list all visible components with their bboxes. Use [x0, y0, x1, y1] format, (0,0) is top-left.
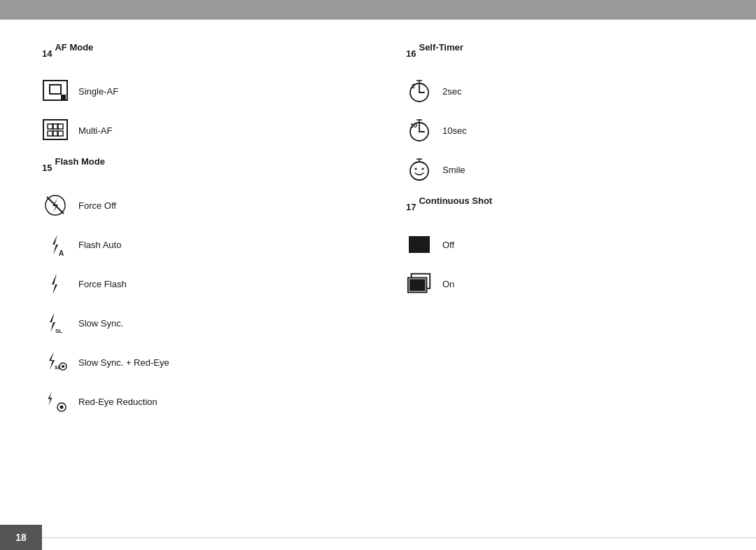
force-off-icon: [42, 192, 69, 219]
force-flash-row: Force Flash: [42, 270, 350, 297]
smile-icon: [406, 156, 433, 183]
slow-sync-redeye-row: SL Slow Sync. + Red-Eye: [42, 349, 350, 376]
flash-mode-number: 15: [42, 163, 52, 173]
svg-point-27: [410, 162, 428, 180]
svg-rect-35: [410, 279, 426, 291]
svg-text:A: A: [59, 249, 64, 257]
self-timer-number: 16: [406, 48, 416, 59]
svg-text:2: 2: [412, 83, 415, 90]
self-timer-section-header: 16 Self-Timer: [406, 42, 714, 65]
force-off-label: Force Off: [78, 200, 116, 211]
timer-2sec-row: 2 2sec: [406, 78, 714, 104]
svg-text:SL: SL: [55, 328, 62, 334]
flash-auto-label: Flash Auto: [78, 240, 121, 250]
svg-rect-2: [61, 95, 66, 99]
slow-sync-row: SL Slow Sync.: [42, 310, 350, 336]
cont-off-label: Off: [442, 240, 454, 250]
flash-mode-section-header: 15 Flash Mode: [42, 156, 350, 179]
top-bar: [0, 0, 756, 20]
force-off-row: Force Off: [42, 192, 350, 219]
force-flash-label: Force Flash: [78, 279, 127, 289]
cont-off-row: Off: [406, 231, 714, 258]
single-af-label: Single-AF: [78, 86, 118, 97]
page-number: 18: [0, 525, 42, 550]
multi-af-row: Multi-AF: [42, 117, 350, 144]
redeye-reduction-icon: [42, 388, 69, 415]
svg-text:10: 10: [410, 122, 417, 129]
force-flash-icon: [42, 270, 69, 297]
redeye-reduction-row: Red-Eye Reduction: [42, 388, 350, 415]
timer-10sec-icon: 10: [406, 117, 433, 144]
af-mode-section-header: 14 AF Mode: [42, 42, 350, 65]
svg-point-16: [62, 365, 64, 368]
multi-af-label: Multi-AF: [78, 125, 112, 136]
svg-point-29: [422, 168, 424, 170]
timer-2sec-label: 2sec: [442, 86, 461, 97]
cont-on-row: On: [406, 270, 714, 297]
cont-on-label: On: [442, 279, 454, 289]
cont-off-icon: [406, 231, 433, 258]
single-af-row: Single-AF: [42, 78, 350, 104]
redeye-reduction-label: Red-Eye Reduction: [78, 397, 158, 407]
single-af-icon: [42, 78, 69, 104]
timer-2sec-icon: 2: [406, 78, 433, 104]
svg-point-18: [60, 406, 64, 409]
svg-rect-32: [409, 236, 430, 253]
bottom-divider: [42, 537, 756, 538]
slow-sync-redeye-label: Slow Sync. + Red-Eye: [78, 357, 169, 368]
svg-point-28: [415, 168, 417, 170]
self-timer-title: Self-Timer: [419, 42, 463, 53]
bottom-row: 18: [0, 525, 756, 550]
slow-sync-icon: SL: [42, 310, 69, 336]
bottom-section: 18: [0, 525, 756, 550]
svg-rect-1: [50, 85, 61, 94]
svg-line-11: [47, 197, 64, 214]
flash-auto-icon: A: [42, 231, 69, 258]
smile-label: Smile: [442, 165, 465, 175]
continuous-shot-section-header: 17 Continuous Shot: [406, 195, 714, 219]
af-mode-number: 14: [42, 48, 52, 59]
left-column: 14 AF Mode Single-AF: [42, 42, 378, 427]
multi-af-icon: [42, 117, 69, 144]
smile-row: Smile: [406, 156, 714, 183]
flash-mode-title: Flash Mode: [55, 156, 105, 167]
slow-sync-redeye-icon: SL: [42, 349, 69, 376]
svg-rect-3: [43, 120, 67, 139]
timer-10sec-row: 10 10sec: [406, 117, 714, 144]
af-mode-title: AF Mode: [55, 42, 93, 53]
continuous-shot-number: 17: [406, 202, 416, 212]
cont-on-icon: [406, 270, 433, 297]
flash-auto-row: A Flash Auto: [42, 231, 350, 258]
slow-sync-label: Slow Sync.: [78, 318, 123, 329]
timer-10sec-label: 10sec: [442, 125, 467, 136]
right-column: 16 Self-Timer 2 2sec 1: [378, 42, 714, 427]
continuous-shot-title: Continuous Shot: [419, 195, 492, 206]
